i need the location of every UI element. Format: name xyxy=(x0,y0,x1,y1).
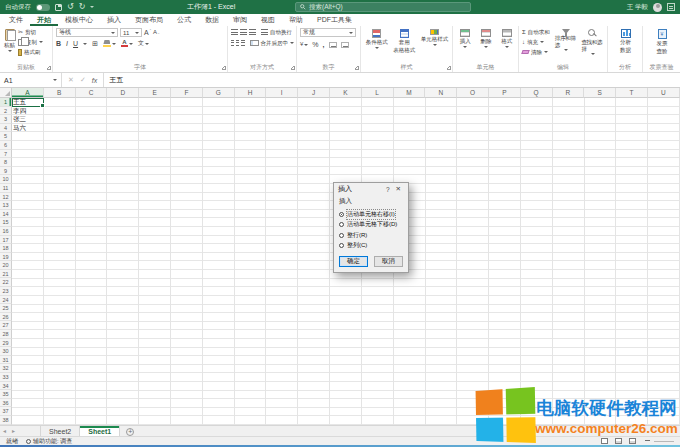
dialog-close-icon[interactable]: ✕ xyxy=(393,185,404,193)
column-header[interactable]: Q xyxy=(521,88,553,98)
row-header[interactable]: 28 xyxy=(0,330,12,339)
dialog-titlebar[interactable]: 插入 ? ✕ xyxy=(334,183,408,195)
ribbon-display-options-icon[interactable] xyxy=(667,3,675,11)
dialog-radio-option[interactable]: 活动单元格下移(D) xyxy=(339,220,403,231)
new-sheet-button[interactable]: + xyxy=(126,428,134,436)
underline-button[interactable]: U xyxy=(73,39,78,48)
column-header[interactable]: S xyxy=(584,88,616,98)
row-header[interactable]: 22 xyxy=(0,278,12,287)
ribbon-tab[interactable]: 视图 xyxy=(254,14,282,26)
row-header[interactable]: 30 xyxy=(0,347,12,356)
column-header[interactable]: K xyxy=(330,88,362,98)
row-header[interactable]: 19 xyxy=(0,253,12,262)
fill-button[interactable]: ↓填充 xyxy=(522,38,552,46)
styles-dialog-launcher-icon[interactable] xyxy=(447,66,451,70)
row-header[interactable]: 10 xyxy=(0,175,12,184)
sheet-tab[interactable]: Sheet2 xyxy=(40,426,80,436)
row-header[interactable]: 1 xyxy=(0,98,12,107)
column-header[interactable]: N xyxy=(425,88,457,98)
insert-cells-button[interactable]: 插入 xyxy=(459,28,472,48)
save-icon[interactable] xyxy=(55,4,62,11)
font-dialog-launcher-icon[interactable] xyxy=(222,66,226,70)
row-header[interactable]: 33 xyxy=(0,373,12,382)
dialog-radio-option[interactable]: 活动单元格右移(I) xyxy=(339,209,403,220)
ribbon-tab[interactable]: 开始 xyxy=(30,14,58,26)
invoice-check-button[interactable]: ¥ 发票 查验 xyxy=(656,28,669,54)
percent-style-button[interactable]: % xyxy=(312,40,318,49)
ribbon-tab[interactable]: 文件 xyxy=(2,14,30,26)
format-cells-button[interactable]: 格式 xyxy=(500,28,513,48)
dialog-help-icon[interactable]: ? xyxy=(383,186,393,193)
column-header[interactable]: T xyxy=(616,88,648,98)
align-middle-icon[interactable] xyxy=(240,29,247,35)
ribbon-tab[interactable]: 公式 xyxy=(170,14,198,26)
row-header[interactable]: 21 xyxy=(0,270,12,279)
grow-font-icon[interactable]: Aˆ xyxy=(144,28,151,37)
merge-center-button[interactable]: 合并后居中 xyxy=(250,39,295,47)
formula-input[interactable]: 王五 xyxy=(104,75,123,85)
column-header[interactable]: B xyxy=(44,88,76,98)
row-header[interactable]: 34 xyxy=(0,382,12,391)
number-format-combo[interactable]: 常规 xyxy=(300,28,356,37)
column-header[interactable]: H xyxy=(235,88,267,98)
alignment-dialog-launcher-icon[interactable] xyxy=(291,66,295,70)
font-color-button[interactable]: A xyxy=(121,40,133,47)
sheet-tab[interactable]: Sheet1 xyxy=(80,426,120,436)
row-header[interactable]: 4 xyxy=(0,124,12,133)
name-box[interactable]: A1 xyxy=(0,73,62,87)
row-header[interactable]: 12 xyxy=(0,193,12,202)
column-header[interactable]: D xyxy=(107,88,139,98)
decrease-decimal-icon[interactable] xyxy=(341,42,349,48)
format-as-table-button[interactable]: 套用 表格格式 xyxy=(392,28,416,53)
font-size-combo[interactable]: 11 xyxy=(120,28,142,37)
analyze-data-button[interactable]: 分析 数据 xyxy=(619,28,632,53)
row-header[interactable]: 27 xyxy=(0,321,12,330)
row-header[interactable]: 24 xyxy=(0,296,12,305)
row-header[interactable]: 20 xyxy=(0,261,12,270)
italic-button[interactable]: I xyxy=(66,39,68,48)
find-select-button[interactable]: 查找和选择 xyxy=(580,28,605,55)
shrink-font-icon[interactable]: Aˇ xyxy=(153,28,159,37)
cut-button[interactable]: ✂剪切 xyxy=(18,28,43,36)
clear-button[interactable]: 清除 xyxy=(522,48,552,56)
increase-decimal-icon[interactable] xyxy=(329,42,337,48)
align-top-icon[interactable] xyxy=(231,29,238,35)
align-bottom-icon[interactable] xyxy=(249,29,256,35)
paste-button[interactable]: 粘贴 xyxy=(3,28,16,52)
row-header[interactable]: 6 xyxy=(0,141,12,150)
row-header[interactable]: 32 xyxy=(0,364,12,373)
cell-styles-button[interactable]: 单元格样式 xyxy=(420,28,450,46)
grid-cell[interactable]: 张三 xyxy=(13,115,43,124)
ribbon-tab[interactable]: 数据 xyxy=(198,14,226,26)
bold-button[interactable]: B xyxy=(56,39,61,48)
clipboard-dialog-launcher-icon[interactable] xyxy=(47,66,51,70)
row-header[interactable]: 3 xyxy=(0,115,12,124)
align-right-icon[interactable] xyxy=(241,40,244,46)
cancel-button[interactable]: 取消 xyxy=(374,256,403,267)
copy-button[interactable]: 复制 xyxy=(18,38,43,46)
align-left-icon[interactable] xyxy=(231,40,234,46)
row-header[interactable]: 17 xyxy=(0,236,12,245)
column-header[interactable]: A xyxy=(12,88,44,98)
delete-cells-button[interactable]: 删除 xyxy=(479,28,492,48)
font-name-combo[interactable]: 等线 xyxy=(56,28,118,37)
row-header[interactable]: 26 xyxy=(0,313,12,322)
row-header[interactable]: 18 xyxy=(0,244,12,253)
row-header[interactable]: 16 xyxy=(0,227,12,236)
comma-style-button[interactable]: , xyxy=(323,40,325,49)
customize-qat-icon[interactable] xyxy=(90,6,94,8)
column-header[interactable]: E xyxy=(139,88,171,98)
fill-color-button[interactable] xyxy=(103,40,116,47)
search-box[interactable]: 搜索(Alt+Q) xyxy=(295,2,471,12)
row-header[interactable]: 11 xyxy=(0,184,12,193)
sort-filter-button[interactable]: 排序和筛选 xyxy=(554,28,579,51)
sheet-nav-left-icon[interactable]: ◂ xyxy=(0,426,9,436)
row-header[interactable]: 14 xyxy=(0,210,12,219)
ribbon-tab[interactable]: PDF工具集 xyxy=(310,14,359,26)
row-header[interactable]: 8 xyxy=(0,158,12,167)
redo-icon[interactable]: ↻ xyxy=(79,3,86,11)
row-header[interactable]: 36 xyxy=(0,399,12,408)
ribbon-tab[interactable]: 页面布局 xyxy=(128,14,170,26)
ribbon-tab[interactable]: 帮助 xyxy=(282,14,310,26)
column-header[interactable]: F xyxy=(171,88,203,98)
